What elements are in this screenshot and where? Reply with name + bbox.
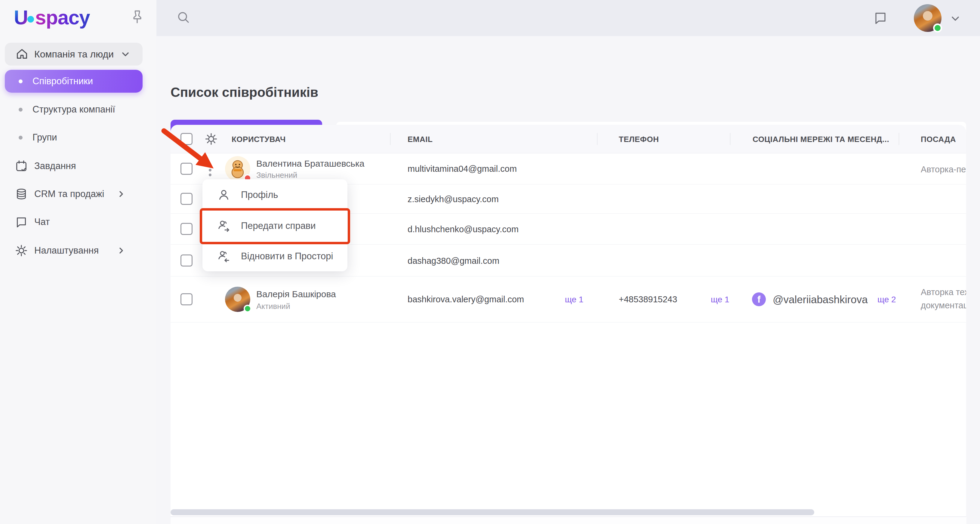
sidebar-item-settings[interactable]: Налаштування bbox=[5, 239, 143, 262]
column-divider bbox=[390, 133, 390, 145]
email-cell: d.hlushchenko@uspacy.com bbox=[407, 225, 519, 234]
table-footer-strip bbox=[170, 517, 966, 524]
peanut-avatar bbox=[225, 156, 250, 182]
global-search-icon[interactable] bbox=[176, 10, 191, 25]
user-status: Активний bbox=[256, 302, 290, 311]
row-checkbox[interactable] bbox=[180, 255, 192, 266]
row-context-menu: Профіль Передати справи Відновити в Прос… bbox=[202, 179, 347, 271]
sidebar-item-groups[interactable]: Групи bbox=[5, 126, 143, 149]
bullet-dot-icon bbox=[19, 108, 22, 111]
main-content: Список співробітників Запросити КОР bbox=[156, 36, 980, 524]
select-all-checkbox[interactable] bbox=[180, 133, 192, 145]
chevron-right-icon bbox=[117, 246, 126, 255]
photo-avatar bbox=[225, 287, 250, 312]
email-cell: dashag380@gmail.com bbox=[407, 256, 500, 266]
sidebar-item-label: Чат bbox=[34, 217, 49, 228]
column-divider bbox=[597, 133, 597, 145]
user-name: Валентина Браташевська bbox=[256, 159, 364, 169]
horizontal-scrollbar-thumb[interactable] bbox=[170, 509, 814, 515]
sidebar-item-label: Завдання bbox=[34, 161, 76, 172]
column-header-position: ПОСАДА bbox=[921, 135, 956, 144]
uspacy-logo[interactable]: Uspacy bbox=[14, 6, 90, 29]
sidebar-item-label: CRM та продажі bbox=[34, 189, 104, 199]
sidebar-item-employees[interactable]: Співробітники bbox=[5, 70, 143, 92]
menu-item-restore-in-space[interactable]: Відновити в Просторі bbox=[202, 241, 347, 271]
sidebar-item-label: Співробітники bbox=[32, 76, 93, 87]
user-arrow-left-icon bbox=[217, 249, 231, 263]
menu-item-transfer-cases[interactable]: Передати справи bbox=[202, 210, 347, 241]
table-row: Валерія Башкірова Активний bashkirova.va… bbox=[170, 276, 966, 322]
sidebar-item-label: Групи bbox=[32, 132, 57, 143]
phone-more-link[interactable]: ще 1 bbox=[711, 295, 729, 304]
column-settings-gear-icon[interactable] bbox=[204, 131, 219, 147]
phone-cell: +48538915243 bbox=[619, 295, 677, 304]
sidebar-item-label: Структура компанії bbox=[32, 104, 115, 115]
position-line: документаці bbox=[921, 299, 966, 312]
home-icon bbox=[15, 47, 29, 61]
menu-item-label: Відновити в Просторі bbox=[241, 251, 333, 262]
calendar-task-icon bbox=[14, 159, 28, 173]
sidebar-item-label: Налаштування bbox=[34, 245, 99, 256]
page-title: Список співробітників bbox=[170, 85, 318, 100]
row-checkbox[interactable] bbox=[180, 163, 192, 175]
logo-letter: U bbox=[14, 6, 28, 29]
row-checkbox[interactable] bbox=[180, 223, 192, 235]
chevron-down-icon bbox=[120, 49, 130, 59]
menu-item-label: Передати справи bbox=[241, 220, 316, 231]
user-name: Валерія Башкірова bbox=[256, 289, 336, 299]
chat-icon bbox=[14, 215, 28, 229]
app-root: Uspacy Компанія та люди Співробітники bbox=[0, 0, 980, 524]
user-status: Звільнений bbox=[256, 170, 297, 180]
sidebar-item-crm[interactable]: CRM та продажі bbox=[5, 183, 143, 205]
bullet-dot-icon bbox=[19, 80, 22, 83]
profile-chevron-down-icon[interactable] bbox=[949, 12, 962, 25]
position-cell: Авторка-пе bbox=[921, 163, 966, 176]
social-handle: @valeriiabashkirova bbox=[773, 293, 868, 306]
bullet-dot-icon bbox=[19, 136, 22, 140]
menu-item-profile[interactable]: Профіль bbox=[202, 179, 347, 210]
sidebar-item-label: Компанія та люди bbox=[34, 49, 114, 60]
menu-item-label: Профіль bbox=[241, 190, 278, 200]
row-checkbox[interactable] bbox=[180, 293, 192, 305]
sidebar-item-company-structure[interactable]: Структура компанії bbox=[5, 98, 143, 121]
position-cell: Авторка тех документаці bbox=[921, 285, 966, 312]
column-header-user: КОРИСТУВАЧ bbox=[232, 135, 286, 144]
user-avatar[interactable] bbox=[914, 4, 942, 32]
sidebar-item-company-people[interactable]: Компанія та люди bbox=[5, 43, 143, 65]
sidebar-item-chat[interactable]: Чат bbox=[5, 210, 143, 233]
topbar bbox=[156, 0, 980, 36]
facebook-icon[interactable]: f bbox=[752, 292, 766, 306]
logo-dot-icon bbox=[27, 16, 34, 22]
position-line: Авторка тех bbox=[921, 285, 966, 299]
column-divider bbox=[730, 133, 730, 145]
column-header-email: EMAIL bbox=[407, 135, 433, 144]
gear-icon bbox=[14, 244, 28, 258]
email-cell: multivitamina04@gmail.com bbox=[407, 164, 517, 174]
messages-icon[interactable] bbox=[873, 10, 888, 25]
column-header-social: СОЦІАЛЬНІ МЕРЕЖІ ТА МЕСЕНД... bbox=[752, 135, 889, 144]
email-cell: z.siedykh@uspacy.com bbox=[407, 194, 499, 204]
social-more-link[interactable]: ще 2 bbox=[877, 295, 896, 304]
row-checkbox[interactable] bbox=[180, 193, 192, 205]
user-arrow-right-icon bbox=[217, 219, 231, 233]
logo-text: spacy bbox=[35, 6, 90, 29]
active-status-dot bbox=[243, 305, 251, 312]
column-header-phone: ТЕЛЕФОН bbox=[619, 135, 659, 144]
sidebar: Uspacy Компанія та люди Співробітники bbox=[0, 0, 156, 524]
pin-sidebar-icon[interactable] bbox=[129, 8, 145, 25]
user-icon bbox=[217, 188, 231, 202]
sidebar-item-tasks[interactable]: Завдання bbox=[5, 154, 143, 177]
table-header-row: КОРИСТУВАЧ EMAIL ТЕЛЕФОН СОЦІАЛЬНІ МЕРЕЖ… bbox=[170, 125, 966, 153]
email-more-link[interactable]: ще 1 bbox=[565, 295, 584, 304]
crm-database-icon bbox=[14, 187, 28, 201]
row-actions-kebab-icon[interactable] bbox=[207, 162, 213, 178]
chevron-right-icon bbox=[117, 190, 126, 199]
online-status-dot bbox=[933, 24, 942, 32]
email-cell: bashkirova.valery@gmail.com bbox=[407, 295, 524, 304]
